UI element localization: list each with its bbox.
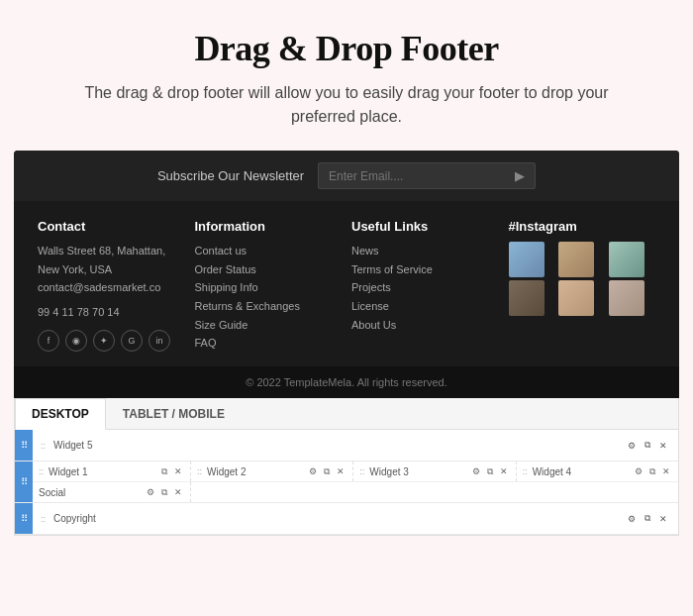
widget1-copy-button[interactable]: ⧉	[158, 465, 170, 477]
social-close-button[interactable]: ✕	[172, 486, 184, 498]
widget3-close-button[interactable]: ✕	[498, 465, 510, 477]
widget5-label: Widget 5	[53, 440, 92, 451]
copyright-text: © 2022 TemplateMela. All rights reserved…	[246, 376, 447, 388]
widget2-cell: :: Widget 2 ⚙ ⧉ ✕	[191, 462, 353, 481]
copyright-label: Copyright	[53, 513, 96, 524]
information-title: Information	[195, 219, 343, 234]
copyright-drag-handle[interactable]: ::	[41, 514, 46, 524]
widget1-controls: ⧉ ✕	[158, 465, 184, 477]
widget2-copy-button[interactable]: ⧉	[321, 465, 333, 477]
contact-email: contact@sadesmarket.co	[38, 278, 185, 297]
widget5-copy-button[interactable]: ⧉	[641, 439, 654, 453]
widget4-label: Widget 4	[533, 466, 571, 477]
social-copy-button[interactable]: ⧉	[158, 486, 170, 498]
useful-links-title: Useful Links	[351, 219, 499, 234]
link-news[interactable]: News	[351, 242, 499, 260]
hero-subtitle: The drag & drop footer will allow you to…	[59, 81, 634, 129]
widget3-copy-button[interactable]: ⧉	[484, 465, 496, 477]
info-contact-us[interactable]: Contact us	[195, 242, 343, 260]
footer-bottom: © 2022 TemplateMela. All rights reserved…	[14, 366, 679, 398]
widget4-gear-button[interactable]: ⚙	[633, 465, 644, 477]
tab-desktop[interactable]: DESKTOP	[15, 398, 106, 430]
linkedin-icon[interactable]: in	[148, 330, 170, 352]
widget1-cell: :: Widget 1 ⧉ ✕	[33, 462, 191, 481]
social-label: Social	[39, 487, 65, 498]
link-about[interactable]: About Us	[351, 316, 499, 335]
widget4-controls: ⚙ ⧉ ✕	[633, 465, 672, 477]
insta-thumb-3	[609, 242, 644, 277]
newsletter-input-wrap: Enter Email.... ▶	[318, 162, 536, 189]
footer-columns: Contact Walls Street 68, Mahattan, New Y…	[14, 201, 679, 366]
row2-handle[interactable]: ⠿	[15, 462, 33, 502]
widget5-close-button[interactable]: ✕	[656, 439, 670, 453]
insta-thumb-2	[558, 242, 594, 277]
widget-row-2: ⠿ :: Widget 1 ⧉ ✕ :: Widget 2	[15, 462, 678, 503]
insta-thumb-6	[609, 280, 644, 316]
footer-col-contact: Contact Walls Street 68, Mahattan, New Y…	[38, 219, 185, 353]
widget2-controls: ⚙ ⧉ ✕	[307, 465, 346, 477]
widget4-copy-button[interactable]: ⧉	[646, 465, 658, 477]
tabs-section: DESKTOP TABLET / MOBILE ⠿ :: Widget 5 ⚙ …	[14, 398, 679, 536]
widget2-label: Widget 2	[207, 466, 246, 477]
hero-section: Drag & Drop Footer The drag & drop foote…	[0, 0, 693, 151]
widget1-close-button[interactable]: ✕	[172, 465, 184, 477]
social-controls: ⚙ ⧉ ✕	[145, 486, 184, 498]
copyright-controls: ⚙ ⧉ ✕	[625, 512, 670, 526]
widget1-drag[interactable]: ::	[39, 466, 44, 476]
contact-title: Contact	[38, 219, 185, 234]
info-order-status[interactable]: Order Status	[195, 260, 343, 279]
widget3-drag[interactable]: ::	[359, 466, 364, 476]
widget2-close-button[interactable]: ✕	[335, 465, 346, 477]
widget5-drag-handle[interactable]: ::	[41, 441, 46, 451]
row1-content: :: Widget 5 ⚙ ⧉ ✕	[33, 430, 678, 461]
widget2-gear-button[interactable]: ⚙	[307, 465, 319, 477]
instagram-icon[interactable]: ◉	[65, 330, 87, 352]
widget4-cell: :: Widget 4 ⚙ ⧉ ✕	[517, 462, 678, 481]
newsletter-placeholder: Enter Email....	[329, 169, 507, 183]
link-terms[interactable]: Terms of Service	[351, 260, 499, 279]
google-plus-icon[interactable]: G	[121, 330, 143, 352]
info-shipping[interactable]: Shipping Info	[195, 278, 343, 297]
insta-thumb-4	[509, 280, 544, 316]
footer-col-instagram: #Instagram	[509, 219, 656, 353]
footer-preview: Subscribe Our Newsletter Enter Email....…	[14, 151, 679, 398]
widget3-gear-button[interactable]: ⚙	[470, 465, 482, 477]
link-license[interactable]: License	[351, 297, 499, 316]
footer-col-information: Information Contact us Order Status Ship…	[195, 219, 343, 353]
info-size-guide[interactable]: Size Guide	[195, 316, 343, 335]
top-sub-row: :: Widget 1 ⧉ ✕ :: Widget 2 ⚙ ⧉ ✕	[33, 462, 678, 482]
widget-area: ⠿ :: Widget 5 ⚙ ⧉ ✕ ⠿ :: Widget 1	[15, 430, 678, 535]
footer-col-useful-links: Useful Links News Terms of Service Proje…	[351, 219, 499, 353]
copyright-close-button[interactable]: ✕	[656, 512, 670, 526]
insta-thumb-1	[509, 242, 544, 277]
info-returns[interactable]: Returns & Exchanges	[195, 297, 343, 316]
send-icon: ▶	[515, 168, 525, 183]
widget5-gear-button[interactable]: ⚙	[625, 439, 639, 453]
widget4-close-button[interactable]: ✕	[660, 465, 672, 477]
widget1-label: Widget 1	[49, 466, 87, 477]
hero-title: Drag & Drop Footer	[59, 28, 634, 69]
copyright-copy-button[interactable]: ⧉	[641, 512, 654, 526]
widget3-cell: :: Widget 3 ⚙ ⧉ ✕	[353, 462, 516, 481]
link-projects[interactable]: Projects	[351, 278, 499, 297]
instagram-grid	[509, 242, 656, 316]
row1-handle[interactable]: ⠿	[15, 430, 33, 461]
social-gear-button[interactable]: ⚙	[145, 486, 156, 498]
widget3-label: Widget 3	[369, 466, 408, 477]
info-faq[interactable]: FAQ	[195, 334, 343, 353]
contact-address: Walls Street 68, Mahattan, New York, USA	[38, 242, 185, 278]
copyright-gear-button[interactable]: ⚙	[625, 512, 639, 526]
widget-row-3: ⠿ :: Copyright ⚙ ⧉ ✕	[15, 503, 678, 535]
row3-handle[interactable]: ⠿	[15, 503, 33, 534]
row3-content: :: Copyright ⚙ ⧉ ✕	[33, 503, 678, 534]
insta-thumb-5	[558, 280, 594, 316]
facebook-icon[interactable]: f	[38, 330, 59, 352]
widget2-drag[interactable]: ::	[197, 466, 202, 476]
contact-phone: 99 4 11 78 70 14	[38, 303, 185, 322]
social-icons: f ◉ ✦ G in	[38, 330, 185, 352]
widget-row-1: ⠿ :: Widget 5 ⚙ ⧉ ✕	[15, 430, 678, 462]
twitter-icon[interactable]: ✦	[93, 330, 115, 352]
tab-tablet-mobile[interactable]: TABLET / MOBILE	[106, 398, 242, 430]
widget4-drag[interactable]: ::	[523, 466, 528, 476]
social-cell: Social ⚙ ⧉ ✕	[33, 482, 191, 502]
